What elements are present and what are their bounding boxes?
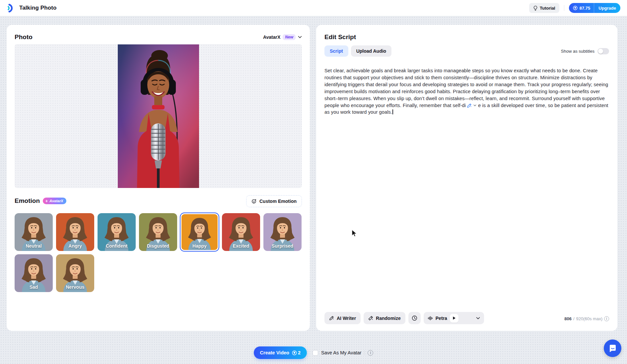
text-cursor <box>392 109 393 114</box>
clock-icon <box>412 315 417 321</box>
talking-photo-app: Talking Photo Tutorial 87.75 Upgrade <box>0 0 627 364</box>
chevron-down-icon <box>298 36 302 38</box>
play-icon <box>453 316 456 320</box>
emotion-tile-surprised[interactable]: Surprised <box>263 213 302 251</box>
custom-emotion-label: Custom Emotion <box>259 199 297 204</box>
credit-coin-icon <box>573 6 578 10</box>
lightbulb-icon <box>533 6 538 11</box>
emotion-section-title: Emotion <box>15 197 40 205</box>
header-actions: Tutorial 87.75 Upgrade <box>529 3 620 13</box>
avatar-mode-select[interactable]: AvatarX New <box>263 34 302 40</box>
app-header: Talking Photo Tutorial 87.75 Upgrade <box>0 0 627 16</box>
info-icon[interactable]: i <box>604 316 609 321</box>
brand: Talking Photo <box>7 4 56 13</box>
ai-edit-popover[interactable] <box>466 103 478 108</box>
avatarx-badge-label: AvatarX <box>49 199 63 203</box>
ai-writer-icon <box>329 316 334 321</box>
script-text-part1: Set clear, achievable goals and break la… <box>324 68 608 108</box>
custom-emotion-button[interactable]: Custom Emotion <box>246 195 302 207</box>
script-textarea[interactable]: Set clear, achievable goals and break la… <box>324 67 610 116</box>
footer-bar: Create Video 2 Save As My Avatar i <box>0 346 627 359</box>
footer-divider <box>364 350 365 355</box>
info-icon[interactable]: i <box>368 350 373 356</box>
randomize-button[interactable]: Randomize <box>364 312 405 324</box>
credits-balance[interactable]: 87.75 <box>569 3 594 13</box>
emotion-grid: Neutral Angry Confident Disgusted Happy … <box>15 213 303 292</box>
subtitles-toggle[interactable] <box>597 48 609 54</box>
emotion-tile-neutral[interactable]: Neutral <box>15 213 53 251</box>
header-divider <box>564 5 564 11</box>
photo-section-title: Photo <box>15 33 33 41</box>
character-counter: 806 / 920(60s max) i <box>564 316 609 321</box>
emotion-thumbnail <box>181 214 218 250</box>
talking-photo-image[interactable] <box>118 44 199 188</box>
edit-script-title: Edit Script <box>324 33 356 41</box>
save-avatar-label: Save As My Avatar <box>321 350 361 355</box>
credits-upgrade-pill[interactable]: 87.75 Upgrade <box>569 3 620 13</box>
tutorial-label: Tutorial <box>540 6 555 11</box>
emotion-tile-excited[interactable]: Excited <box>222 213 260 251</box>
credit-coin-icon <box>292 350 297 355</box>
magic-wand-icon <box>368 316 373 321</box>
emotion-thumbnail <box>98 213 136 251</box>
toggle-knob <box>598 49 603 54</box>
tutorial-button[interactable]: Tutorial <box>529 3 559 13</box>
subtitles-control: Show as subtitles <box>561 48 609 54</box>
tab-upload-audio[interactable]: Upload Audio <box>351 45 391 57</box>
voice-selector[interactable]: Petra <box>424 312 484 324</box>
voice-name: Petra <box>436 316 447 321</box>
chevron-down-icon <box>476 317 480 320</box>
ai-pen-icon <box>467 103 472 108</box>
app-logo-icon <box>7 4 16 13</box>
support-chat-button[interactable] <box>604 339 621 357</box>
emotion-tile-angry[interactable]: Angry <box>56 213 94 251</box>
subtitles-label: Show as subtitles <box>561 49 594 54</box>
emotion-thumbnail <box>56 213 94 251</box>
char-count-current: 806 <box>564 316 572 321</box>
char-count-max: 920(60s max) <box>576 316 602 321</box>
save-avatar-group: Save As My Avatar i <box>313 350 373 356</box>
create-video-button[interactable]: Create Video 2 <box>254 346 307 359</box>
create-video-label: Create Video <box>260 350 289 355</box>
photo-preview-area <box>15 44 302 188</box>
emotion-thumbnail <box>263 213 302 251</box>
emotion-thumbnail <box>139 213 177 251</box>
script-tabs: Script Upload Audio <box>324 45 391 57</box>
avatar-mode-label: AvatarX <box>263 34 280 40</box>
custom-emotion-icon <box>251 199 257 204</box>
waveform-icon <box>428 316 433 321</box>
duration-button[interactable] <box>408 312 421 324</box>
emotion-thumbnail <box>222 213 260 251</box>
emotion-thumbnail <box>56 254 94 292</box>
upgrade-button[interactable]: Upgrade <box>594 3 620 13</box>
credits-value: 87.75 <box>580 6 591 11</box>
credit-cost: 2 <box>292 350 301 355</box>
emotion-tile-nervous[interactable]: Nervous <box>56 254 94 292</box>
photo-panel: Photo AvatarX New <box>7 25 310 331</box>
script-toolbar: AI Writer Randomize Petra <box>324 312 484 324</box>
avatarx-gradient-badge: AvatarX <box>43 198 66 204</box>
emotion-header: Emotion AvatarX <box>15 197 66 205</box>
char-count-separator: / <box>573 316 575 321</box>
emotion-tile-confident[interactable]: Confident <box>98 213 136 251</box>
randomize-label: Randomize <box>376 316 401 321</box>
edit-script-panel: Edit Script Script Upload Audio Show as … <box>316 25 617 331</box>
page-title: Talking Photo <box>19 5 56 11</box>
chevron-down-icon <box>473 104 476 106</box>
emotion-thumbnail <box>15 213 53 251</box>
emotion-tile-sad[interactable]: Sad <box>15 254 53 292</box>
tab-script[interactable]: Script <box>324 45 348 57</box>
chat-bubble-icon <box>608 344 617 353</box>
emotion-tile-happy[interactable]: Happy <box>180 213 219 251</box>
credit-cost-value: 2 <box>298 350 301 355</box>
sparkle-icon <box>45 200 48 203</box>
voice-play-button[interactable] <box>450 314 458 323</box>
ai-writer-button[interactable]: AI Writer <box>324 312 361 324</box>
new-badge: New <box>283 34 296 40</box>
ai-writer-label: AI Writer <box>337 316 356 321</box>
emotion-thumbnail <box>15 254 53 292</box>
save-avatar-checkbox[interactable] <box>313 350 318 356</box>
emotion-tile-disgusted[interactable]: Disgusted <box>139 213 177 251</box>
